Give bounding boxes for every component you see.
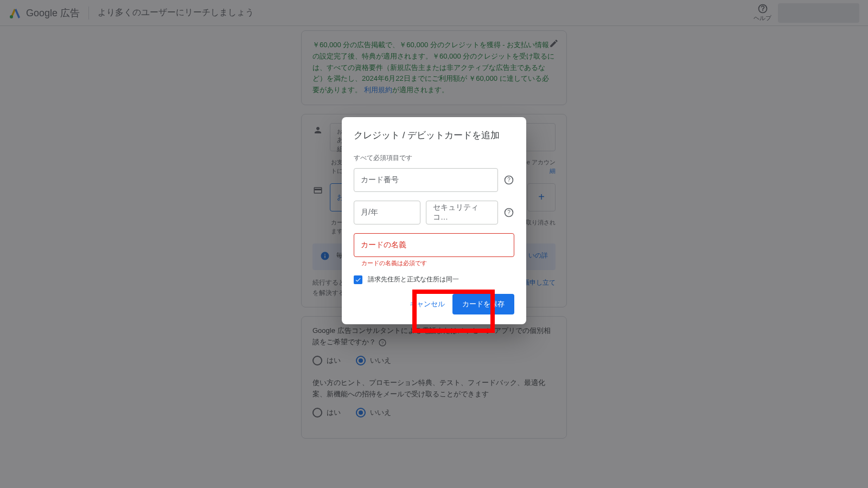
cardholder-name-input[interactable]: カードの名義 xyxy=(354,233,514,257)
required-note: すべて必須項目です xyxy=(354,153,514,163)
modal-scrim: クレジット / デビットカードを追加 すべて必須項目です カード番号 ? 月/年… xyxy=(0,0,868,488)
expiry-input[interactable]: 月/年 xyxy=(354,201,420,224)
card-number-help-icon[interactable]: ? xyxy=(503,175,514,185)
svg-text:?: ? xyxy=(507,177,510,183)
billing-same-checkbox[interactable]: 請求先住所と正式な住所は同一 xyxy=(354,275,514,284)
cardholder-name-error: カードの名義は必須です xyxy=(361,259,514,267)
cvc-help-icon[interactable]: ? xyxy=(503,207,514,218)
billing-same-label: 請求先住所と正式な住所は同一 xyxy=(368,275,459,284)
card-number-input[interactable]: カード番号 xyxy=(354,168,498,192)
cancel-button[interactable]: キャンセル xyxy=(410,299,445,309)
checkbox-checked-icon xyxy=(354,275,362,284)
cvc-input[interactable]: セキュリティ コ… xyxy=(426,201,498,224)
save-card-button[interactable]: カードを保存 xyxy=(452,294,514,314)
modal-title: クレジット / デビットカードを追加 xyxy=(354,129,514,142)
add-card-modal: クレジット / デビットカードを追加 すべて必須項目です カード番号 ? 月/年… xyxy=(342,117,526,324)
svg-text:?: ? xyxy=(507,209,510,215)
